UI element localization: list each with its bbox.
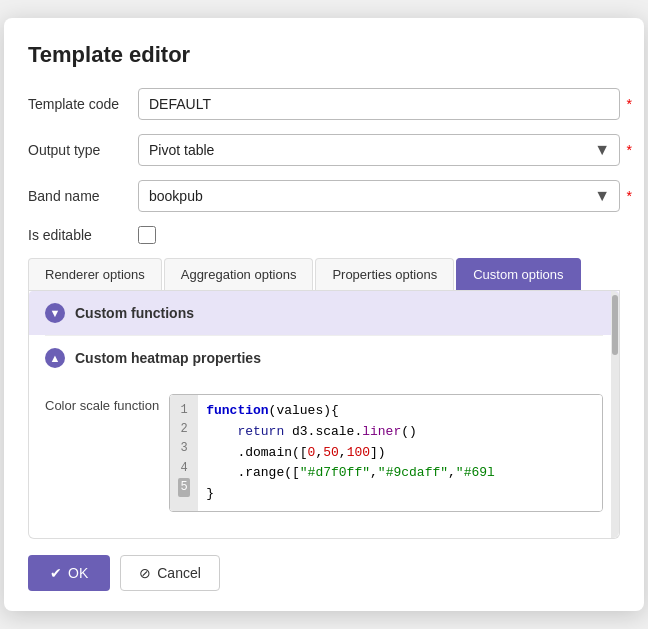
line-numbers: 1 2 3 4 5	[170, 395, 198, 511]
code-line-4: .range(["#d7f0ff","#9cdaff","#69l	[206, 463, 594, 484]
line-number-3: 3	[181, 439, 188, 458]
custom-heatmap-label: Custom heatmap properties	[75, 350, 261, 366]
tab-aggregation[interactable]: Aggregation options	[164, 258, 314, 290]
band-name-wrapper: bookpub ▼	[138, 180, 620, 212]
custom-heatmap-section-header[interactable]: ▲ Custom heatmap properties	[29, 336, 619, 380]
tab-custom[interactable]: Custom options	[456, 258, 580, 290]
is-editable-row: Is editable	[28, 226, 620, 244]
tab-renderer[interactable]: Renderer options	[28, 258, 162, 290]
custom-functions-section-header[interactable]: ▼ Custom functions	[29, 291, 619, 335]
color-scale-label: Color scale function	[45, 394, 159, 413]
dialog-footer: ✔ OK ⊘ Cancel	[28, 555, 620, 591]
cancel-label: Cancel	[157, 565, 201, 581]
code-lines-container: 1 2 3 4 5 function(values){ return d3.sc…	[170, 395, 602, 511]
template-editor-dialog: Template editor Template code * Output t…	[4, 18, 644, 611]
line-number-1: 1	[181, 401, 188, 420]
band-name-row: Band name bookpub ▼ *	[28, 180, 620, 212]
custom-heatmap-chevron-icon: ▲	[45, 348, 65, 368]
code-content: function(values){ return d3.scale.liner(…	[198, 395, 602, 511]
band-name-required: *	[627, 188, 632, 204]
code-editor[interactable]: 1 2 3 4 5 function(values){ return d3.sc…	[169, 394, 603, 512]
ok-button[interactable]: ✔ OK	[28, 555, 110, 591]
line-number-4: 4	[181, 459, 188, 478]
ok-label: OK	[68, 565, 88, 581]
color-scale-row: Color scale function 1 2 3 4 5 function(…	[45, 394, 603, 512]
template-code-input[interactable]	[138, 88, 620, 120]
dialog-title: Template editor	[28, 42, 620, 68]
code-line-2: return d3.scale.liner()	[206, 422, 594, 443]
line-number-5: 5	[178, 478, 190, 497]
output-type-wrapper: Pivot table Table Chart ▼	[138, 134, 620, 166]
band-name-label: Band name	[28, 188, 138, 204]
code-line-3: .domain([0,50,100])	[206, 443, 594, 464]
ok-checkmark-icon: ✔	[50, 565, 62, 581]
band-name-select[interactable]: bookpub	[138, 180, 620, 212]
code-line-5: }	[206, 484, 594, 505]
template-code-row: Template code *	[28, 88, 620, 120]
scrollbar[interactable]	[611, 291, 619, 538]
cancel-button[interactable]: ⊘ Cancel	[120, 555, 220, 591]
template-code-label: Template code	[28, 96, 138, 112]
tab-properties[interactable]: Properties options	[315, 258, 454, 290]
output-type-select[interactable]: Pivot table Table Chart	[138, 134, 620, 166]
tab-content: ▼ Custom functions ▲ Custom heatmap prop…	[28, 291, 620, 539]
output-type-required: *	[627, 142, 632, 158]
template-code-required: *	[627, 96, 632, 112]
custom-functions-chevron-icon: ▼	[45, 303, 65, 323]
is-editable-checkbox[interactable]	[138, 226, 156, 244]
code-line-1: function(values){	[206, 401, 594, 422]
is-editable-label: Is editable	[28, 227, 138, 243]
cancel-circle-icon: ⊘	[139, 565, 151, 581]
heatmap-section-body: Color scale function 1 2 3 4 5 function(…	[29, 380, 619, 526]
tabs-row: Renderer options Aggregation options Pro…	[28, 258, 620, 291]
custom-functions-label: Custom functions	[75, 305, 194, 321]
line-number-2: 2	[181, 420, 188, 439]
output-type-label: Output type	[28, 142, 138, 158]
output-type-row: Output type Pivot table Table Chart ▼ *	[28, 134, 620, 166]
scrollbar-thumb	[612, 295, 618, 355]
